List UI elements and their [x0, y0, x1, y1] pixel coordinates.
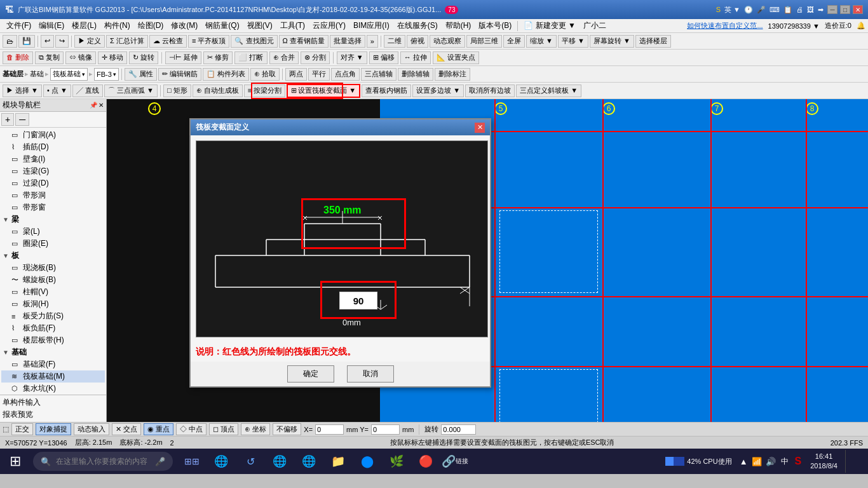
- menu-guangxiao[interactable]: 广小二: [580, 19, 610, 32]
- tb-comp-list[interactable]: 📋 构件列表: [203, 68, 249, 81]
- tree-楼层板带H[interactable]: ▭ 楼层板带(H): [1, 334, 105, 346]
- tb-properties[interactable]: 🔧 属性: [125, 68, 157, 81]
- tb-copy[interactable]: ⧉ 复制: [35, 51, 64, 64]
- tree-壁龛[interactable]: ▭ 壁龛(I): [1, 153, 105, 165]
- snap-y-input[interactable]: [371, 424, 400, 435]
- snap-no-offset[interactable]: 不偏移: [273, 423, 301, 435]
- menu-new-change[interactable]: 📄 新建变更 ▼: [520, 19, 580, 32]
- tb-flush-top[interactable]: ≡ 平齐板顶: [188, 35, 229, 48]
- tb-dot-angle[interactable]: 点点角: [331, 68, 360, 81]
- tree-板受力筋S[interactable]: ≡ 板受力筋(S): [1, 310, 105, 322]
- win-search-bar[interactable]: 🔍 在这里输入你要搜索的内容 🎤: [33, 452, 173, 471]
- tree-group-ban[interactable]: ▼ 板: [1, 250, 105, 262]
- taskbar-icon-link[interactable]: 🔗 链接: [441, 449, 469, 474]
- tb-define[interactable]: ▶ 定义: [74, 35, 105, 48]
- tree-筏板基础M[interactable]: ≋ 筏板基础(M): [1, 370, 105, 383]
- dialog-bottom-input[interactable]: 90: [339, 292, 377, 309]
- taskbar-icon-ie[interactable]: 🌐: [266, 449, 294, 474]
- tb-auto-slab[interactable]: ⊕ 自动生成板: [193, 85, 243, 97]
- tb-open[interactable]: 🗁: [3, 35, 17, 48]
- tree-圈梁E[interactable]: ▭ 圈梁(E): [1, 238, 105, 250]
- taskbar-icon-apps[interactable]: ⊞⊞: [178, 449, 206, 474]
- snap-zhengiao[interactable]: 正交: [11, 423, 33, 435]
- tb-print[interactable]: ⬜ 打断: [234, 51, 267, 64]
- tb-view-slab-rebar[interactable]: 查看板内钢筋: [362, 85, 411, 97]
- tb-split[interactable]: ⊗ 分割: [301, 51, 330, 64]
- tb-extend[interactable]: ⊣⊢ 延伸: [165, 51, 201, 64]
- tb-rotate[interactable]: 屏幕旋转 ▼: [590, 35, 634, 48]
- snap-vertex[interactable]: ◻ 顶点: [209, 423, 238, 435]
- tb-set-clamp[interactable]: 📐 设置夹点: [433, 51, 479, 64]
- tb-del-annotation[interactable]: 删除标注: [435, 68, 470, 81]
- tb-undo[interactable]: ↩: [41, 35, 54, 48]
- win-start-btn[interactable]: ⊞: [0, 449, 31, 474]
- tb-split-beam[interactable]: ≡ 按梁分割: [244, 85, 285, 97]
- btn-remove-component[interactable]: ─: [15, 113, 29, 126]
- tree-门窗洞[interactable]: ▭ 门窗洞(A): [1, 129, 105, 141]
- dd-component[interactable]: 筏板基础: [50, 68, 88, 81]
- tree-板洞H[interactable]: ▭ 板洞(H): [1, 298, 105, 310]
- snap-object[interactable]: 对象捕捉: [36, 423, 71, 435]
- tb-cancel-slope[interactable]: 取消所有边坡: [465, 85, 515, 97]
- menu-component[interactable]: 构件(N): [100, 19, 134, 32]
- pin-icon[interactable]: 📌: [90, 102, 97, 109]
- tb-rotate2[interactable]: ↻ 旋转: [129, 51, 158, 64]
- taskbar-icon-browser1[interactable]: 🌐: [207, 449, 235, 474]
- tree-group-liang[interactable]: ▼ 梁: [1, 214, 105, 226]
- minimize-btn[interactable]: ─: [827, 5, 837, 14]
- maximize-btn[interactable]: □: [840, 5, 850, 14]
- tree-group-jichu[interactable]: ▼ 基础: [1, 346, 105, 358]
- tree-集水坑K[interactable]: ⬡ 集水坑(K): [1, 383, 105, 395]
- tb-offset[interactable]: ⊞ 偏移: [369, 51, 398, 64]
- snap-x-input[interactable]: [315, 424, 344, 435]
- tb-three-slope[interactable]: 三点定义斜坡板 ▼: [516, 85, 581, 97]
- taskbar-icon-red[interactable]: 🔴: [412, 449, 440, 474]
- tb-batch-select[interactable]: 批量选择: [330, 35, 365, 48]
- snap-center[interactable]: ◇ 中点: [176, 423, 207, 435]
- tree-现浇板B[interactable]: ▭ 现浇板(B): [1, 262, 105, 274]
- taskbar-icon-refresh[interactable]: ↺: [236, 449, 264, 474]
- snap-rotate-input[interactable]: [441, 424, 476, 435]
- menu-online[interactable]: 在线服务(S): [393, 19, 442, 32]
- tb-pick[interactable]: ⊕ 拾取: [250, 68, 280, 81]
- tb-more[interactable]: »: [367, 35, 378, 48]
- tb-zoom[interactable]: 缩放 ▼: [526, 35, 557, 48]
- tb-align[interactable]: 对齐 ▼: [337, 51, 367, 64]
- menu-draw[interactable]: 绘图(D): [134, 19, 168, 32]
- dialog-cancel-btn[interactable]: 取消: [347, 365, 394, 383]
- menu-floor[interactable]: 楼层(L): [68, 19, 100, 32]
- menu-help[interactable]: 帮助(H): [442, 19, 475, 32]
- snap-midpoint[interactable]: ◉ 重点: [144, 423, 173, 435]
- snap-dynamic[interactable]: 动态输入: [74, 423, 109, 435]
- tree-梁L[interactable]: ▭ 梁(L): [1, 226, 105, 238]
- tb-merge[interactable]: ⊕ 合并: [269, 51, 299, 64]
- tb-cloud-check[interactable]: ☁ 云检查: [149, 35, 187, 48]
- taskbar-icon-green[interactable]: 🌿: [383, 449, 410, 474]
- tb-view-rebar[interactable]: Ω 查看钢筋量: [279, 35, 329, 48]
- menu-cloud[interactable]: 云应用(Y): [309, 19, 349, 32]
- dialog-ok-btn[interactable]: 确定: [287, 365, 334, 383]
- snap-coord[interactable]: ⊕ 坐标: [241, 423, 270, 435]
- tree-板负筋F[interactable]: ⌇ 板负筋(F): [1, 322, 105, 334]
- tb-parallel[interactable]: 平行: [308, 68, 330, 81]
- tb-mirror[interactable]: ⇔ 镜像: [65, 51, 96, 64]
- tb-set-slope[interactable]: 设置多边坡 ▼: [412, 85, 464, 97]
- tb-two-point[interactable]: 两点: [285, 68, 307, 81]
- tree-过梁[interactable]: ▭ 过梁(D): [1, 177, 105, 189]
- close-panel-icon[interactable]: ✕: [98, 102, 104, 109]
- menu-version[interactable]: 版本号(B): [475, 19, 515, 32]
- tb-three-aux[interactable]: 三点辅轴: [361, 68, 397, 81]
- tb-select2[interactable]: ▶ 选择 ▼: [3, 85, 42, 97]
- tb-top-view[interactable]: 俯视: [407, 35, 428, 48]
- tb-stretch[interactable]: ↔ 拉伸: [400, 51, 431, 64]
- tree-螺旋板B[interactable]: 〜 螺旋板(B): [1, 274, 105, 286]
- tb-select-floor[interactable]: 选择楼层: [635, 35, 671, 48]
- tb-set-variable-section[interactable]: ⊞ 设置筏板变截面 ▼: [287, 84, 360, 98]
- tb-rect[interactable]: □ 矩形: [163, 85, 191, 97]
- tb-move[interactable]: ✛ 移动: [98, 51, 127, 64]
- tb-save[interactable]: 💾: [18, 35, 35, 48]
- tb-redo[interactable]: ↪: [55, 35, 69, 48]
- taskbar-icon-folder[interactable]: 📁: [324, 449, 352, 474]
- tree-柱帽V[interactable]: ▭ 柱帽(V): [1, 286, 105, 298]
- menu-tools[interactable]: 工具(T): [276, 19, 309, 32]
